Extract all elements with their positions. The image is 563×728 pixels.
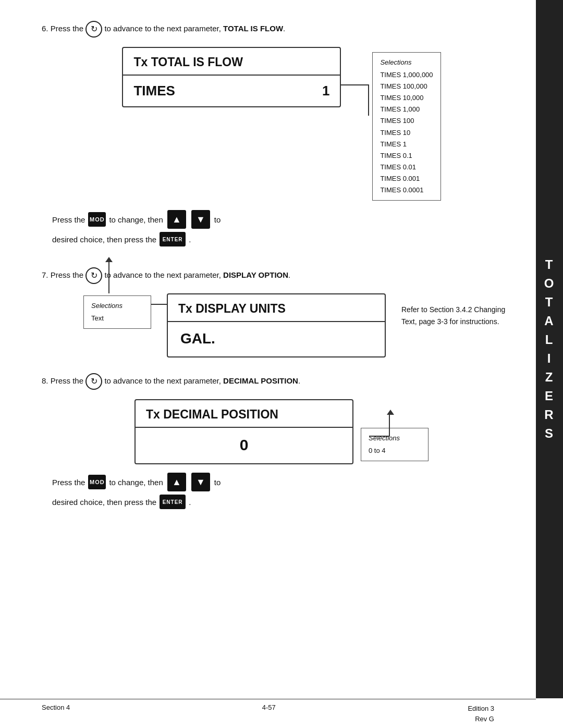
selections-box-2: Selections Text [83, 295, 151, 329]
footer: Section 4 4-57 Edition 3 Rev G [0, 699, 536, 728]
footer-page: 4-57 [262, 704, 276, 724]
selections3-title: Selections [369, 433, 421, 444]
instr1-line1: Press the MOD to change, then ▲ ▼ to [52, 210, 521, 229]
instr2-line1: Press the MOD to change, then ▲ ▼ to [52, 473, 521, 491]
sel1-item-4: TIMES 1,000 [380, 104, 433, 115]
display1-label: TIMES [133, 83, 175, 99]
circular-arrow-icon-2: ↻ [85, 267, 102, 284]
instr1-line2: desired choice, then press the ENTER . [52, 232, 521, 246]
selections3-item: 0 to 4 [369, 445, 421, 456]
display-box-2: Tx DISPLAY UNITS GAL. [167, 293, 386, 357]
display2-title: Tx DISPLAY UNITS [168, 294, 385, 321]
step8-text: 8. Press the ↻ to advance to the next pa… [42, 373, 521, 390]
display-box-3: Tx DECIMAL POSITION 0 [134, 399, 353, 464]
down-arrow-button-1[interactable]: ▼ [191, 210, 210, 229]
footer-section: Section 4 [42, 704, 70, 724]
selections2-title: Selections [91, 300, 143, 312]
refer-text: Refer to Section 3.4.2 Changing Text, pa… [401, 305, 505, 325]
sel1-item-6: TIMES 10 [380, 127, 433, 139]
enter-button-1[interactable]: ENTER [160, 232, 186, 246]
sel1-item-1: TIMES 1,000,000 [380, 69, 433, 81]
sel1-item-11: TIMES 0.0001 [380, 184, 433, 196]
display3-title: Tx DECIMAL POSITION [136, 400, 352, 427]
mod-button-2[interactable]: MOD [88, 475, 106, 489]
step6-text: 6. Press the ↻ to advance to the next pa… [42, 21, 521, 38]
instr2-line2: desired choice, then press the ENTER . [52, 495, 521, 509]
mod-button-1[interactable]: MOD [88, 212, 106, 227]
sel1-item-2: TIMES 100,000 [380, 81, 433, 92]
display1-title: Tx TOTAL IS FLOW [123, 48, 340, 75]
enter-button-2[interactable]: ENTER [160, 495, 186, 509]
sel1-item-3: TIMES 10,000 [380, 92, 433, 104]
sel1-item-5: TIMES 100 [380, 115, 433, 127]
selections1-title: Selections [380, 57, 433, 68]
display-box-1: Tx TOTAL IS FLOW TIMES 1 [122, 47, 341, 107]
sel1-item-7: TIMES 1 [380, 139, 433, 150]
circular-arrow-icon-3: ↻ [85, 373, 102, 390]
selections-box-3: Selections 0 to 4 [361, 428, 429, 461]
sel1-item-8: TIMES 0.1 [380, 150, 433, 162]
sel1-item-9: TIMES 0.01 [380, 162, 433, 173]
display2-label: GAL. [180, 330, 215, 347]
down-arrow-button-2[interactable]: ▼ [191, 473, 210, 491]
selections-box-1: Selections TIMES 1,000,000 TIMES 100,000… [372, 52, 440, 201]
up-arrow-button-1[interactable]: ▲ [167, 210, 186, 229]
up-arrow-button-2[interactable]: ▲ [167, 473, 186, 491]
selections2-item: Text [91, 313, 143, 324]
circular-arrow-icon-1: ↻ [85, 21, 102, 38]
footer-edition: Edition 3 Rev G [468, 704, 494, 724]
step7-text: 7. Press the ↻ to advance to the next pa… [42, 267, 521, 284]
sel1-item-10: TIMES 0.001 [380, 173, 433, 184]
display1-value: 1 [322, 83, 329, 99]
display3-value: 0 [240, 436, 249, 454]
